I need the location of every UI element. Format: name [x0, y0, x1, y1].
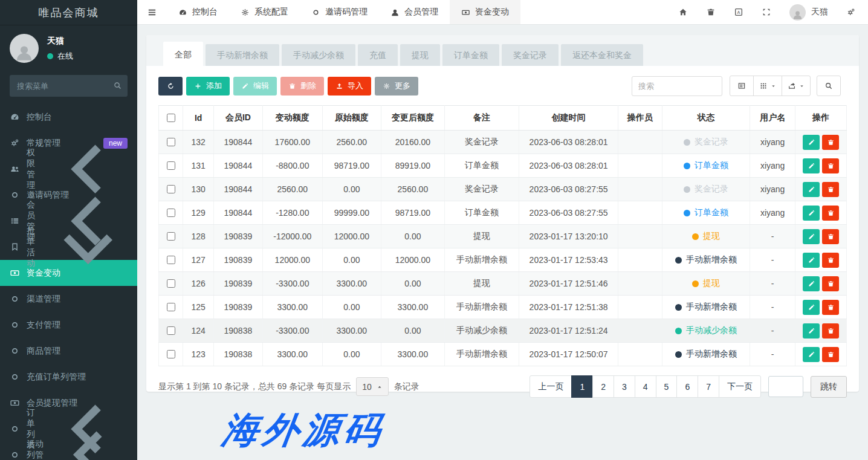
tab-filter-1[interactable]: 手动新增余额 [206, 44, 279, 66]
page-button-4[interactable]: 4 [635, 375, 656, 398]
sidebar-item-console[interactable]: 控制台 [0, 104, 137, 130]
row-edit-button[interactable] [803, 347, 820, 362]
row-edit-button[interactable] [803, 158, 820, 173]
cell-actions [795, 272, 847, 296]
tab-filter-4[interactable]: 提现 [400, 44, 440, 66]
row-edit-button[interactable] [803, 135, 820, 150]
import-button[interactable]: 导入 [328, 77, 371, 96]
row-edit-button[interactable] [803, 253, 820, 268]
column-header[interactable]: 用户名 [750, 106, 795, 131]
row-checkbox[interactable] [167, 185, 175, 193]
add-button[interactable]: 添加 [186, 77, 230, 96]
row-checkbox[interactable] [167, 138, 175, 146]
trash-icon [827, 138, 835, 146]
row-edit-button[interactable] [803, 229, 820, 244]
row-checkbox[interactable] [167, 256, 175, 264]
tab-filter-5[interactable]: 订单金额 [442, 44, 499, 66]
column-header[interactable]: 变动额度 [262, 106, 322, 131]
sidebar-item-recharge-order[interactable]: 充值订单列管理 [0, 364, 137, 390]
row-delete-button[interactable] [822, 300, 839, 315]
row-checkbox[interactable] [167, 350, 175, 358]
row-delete-button[interactable] [822, 323, 839, 339]
advanced-search-button[interactable] [817, 76, 841, 96]
select-all-checkbox[interactable] [167, 114, 175, 122]
column-header[interactable]: 备注 [444, 106, 519, 131]
row-checkbox[interactable] [167, 303, 175, 311]
row-checkbox[interactable] [167, 326, 175, 335]
column-header[interactable]: 创建时间 [519, 106, 618, 131]
row-edit-button[interactable] [803, 182, 820, 197]
sidebar-item-activity-manage[interactable]: 活动列管理 [0, 442, 137, 460]
row-edit-button[interactable] [803, 206, 820, 221]
row-edit-button[interactable] [803, 300, 820, 315]
next-page-button[interactable]: 下一页 [719, 375, 761, 398]
settings-button[interactable] [846, 7, 856, 17]
search-icon[interactable] [113, 81, 122, 90]
prev-page-button[interactable]: 上一页 [530, 375, 572, 398]
row-delete-button[interactable] [822, 182, 839, 197]
delete-button[interactable]: 删除 [280, 77, 324, 96]
topnav-item-console[interactable]: 控制台 [167, 0, 229, 24]
column-header[interactable]: 变更后额度 [381, 106, 444, 131]
page-button-1[interactable]: 1 [571, 375, 593, 398]
page-button-7[interactable]: 7 [698, 375, 719, 398]
tab-filter-3[interactable]: 充值 [358, 44, 398, 66]
columns-button[interactable] [753, 76, 782, 96]
fullscreen-button[interactable] [762, 7, 771, 17]
gear-icon [241, 8, 250, 17]
page-button-2[interactable]: 2 [592, 375, 614, 398]
row-delete-button[interactable] [822, 158, 839, 173]
detail-view-button[interactable] [730, 76, 754, 96]
column-header[interactable]: 状态 [662, 106, 750, 131]
tab-filter-0[interactable]: 全部 [163, 42, 203, 67]
topnav-item-member-manage[interactable]: 会员管理 [379, 0, 450, 24]
tab-filter-2[interactable]: 手动减少余额 [282, 44, 355, 66]
sidebar-item-product-manage[interactable]: 商品管理 [0, 338, 137, 364]
row-edit-button[interactable] [803, 276, 820, 291]
more-button[interactable]: 更多 [375, 77, 418, 96]
column-header[interactable]: 操作 [795, 106, 847, 131]
column-header[interactable]: Id [183, 106, 214, 131]
column-header[interactable]: 原始额度 [322, 106, 381, 131]
tab-filter-6[interactable]: 奖金记录 [502, 44, 559, 66]
table-search-input[interactable] [632, 76, 722, 96]
tab-filter-7[interactable]: 返还本金和奖金 [561, 44, 643, 66]
topnav-item-system-config[interactable]: 系统配置 [229, 0, 300, 24]
row-delete-button[interactable] [822, 135, 839, 150]
sidebar-search-input[interactable] [10, 75, 128, 97]
row-delete-button[interactable] [822, 253, 839, 268]
topnav-item-invite-code[interactable]: 邀请码管理 [300, 0, 379, 24]
row-checkbox[interactable] [167, 232, 175, 241]
page-button-3[interactable]: 3 [614, 375, 635, 398]
row-checkbox[interactable] [167, 209, 175, 217]
home-button[interactable] [678, 7, 688, 17]
clear-cache-button[interactable] [706, 7, 716, 17]
cell-status: 手动新增余额 [662, 248, 750, 272]
sidebar-item-order-grab[interactable]: 抢单活动 [0, 234, 137, 260]
language-button[interactable]: A [734, 7, 743, 17]
page-button-5[interactable]: 5 [656, 375, 678, 398]
row-checkbox[interactable] [167, 279, 175, 288]
edit-button[interactable]: 编辑 [233, 77, 277, 96]
topnav-item-fund-change[interactable]: 资金变动 [450, 0, 520, 24]
row-delete-button[interactable] [822, 347, 839, 362]
export-button[interactable] [782, 76, 811, 96]
column-header[interactable]: 会员ID [213, 106, 262, 131]
sidebar-item-payment-manage[interactable]: 支付管理 [0, 312, 137, 338]
page-button-6[interactable]: 6 [676, 375, 698, 398]
gear-icon [383, 82, 390, 90]
topbar-user[interactable]: 天猫 [789, 4, 828, 21]
column-header[interactable]: 操作员 [618, 106, 662, 131]
sidebar-toggle-button[interactable] [137, 0, 167, 24]
row-edit-button[interactable] [803, 323, 820, 339]
sidebar-item-permission-manage[interactable]: 权限管理 [0, 156, 137, 182]
row-delete-button[interactable] [822, 276, 839, 291]
row-checkbox[interactable] [167, 161, 175, 170]
row-delete-button[interactable] [822, 229, 839, 244]
page-size-select[interactable]: 10 [356, 377, 389, 396]
jump-button[interactable]: 跳转 [811, 376, 847, 398]
sidebar-item-channel-manage[interactable]: 渠道管理 [0, 286, 137, 312]
refresh-button[interactable] [158, 77, 183, 96]
jump-page-input[interactable] [768, 376, 803, 397]
row-delete-button[interactable] [822, 206, 839, 221]
